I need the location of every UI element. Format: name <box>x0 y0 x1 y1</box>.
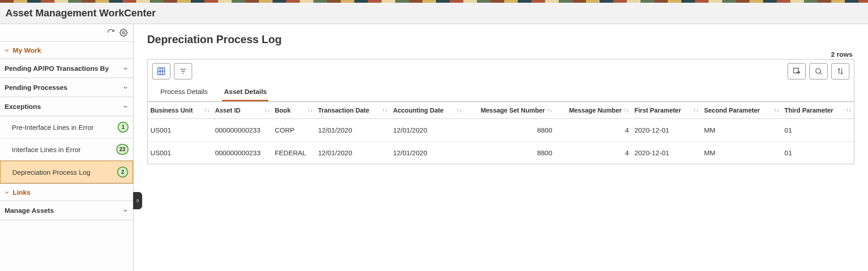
filter-icon <box>179 67 187 75</box>
cell-tran-date: 12/01/2020 <box>315 142 390 164</box>
app-title: Asset Management WorkCenter <box>5 7 863 19</box>
cell-msg-set: 8800 <box>465 119 555 142</box>
sidebar-item-interface[interactable]: Interface Lines in Error 23 <box>0 138 133 161</box>
sort-icon: ↑↓ <box>204 107 209 113</box>
cell-asset-id: 000000000233 <box>212 119 272 142</box>
col-message-set[interactable]: Message Set Number↑↓ <box>465 102 555 119</box>
tab-process-details[interactable]: Process Details <box>159 85 209 101</box>
count-badge: 2 <box>117 167 128 177</box>
col-param3[interactable]: Third Parameter↑↓ <box>782 102 854 119</box>
sidebar-collapse-handle[interactable] <box>133 192 142 209</box>
section-my-work[interactable]: My Work <box>0 41 133 59</box>
data-grid: Process Details Asset Details Business U… <box>147 59 854 164</box>
sort-icon: ↑↓ <box>547 107 552 113</box>
group-pending-ap-po[interactable]: Pending AP/PO Transactions By <box>0 59 133 78</box>
sort-icon: ↑↓ <box>307 107 312 113</box>
gear-icon[interactable] <box>119 28 129 38</box>
col-business-unit[interactable]: Business Unit↑↓ <box>148 102 212 119</box>
chevron-down-icon <box>122 84 129 91</box>
export-button[interactable] <box>788 63 806 79</box>
cell-param1: 2020-12-01 <box>632 142 701 164</box>
col-param1[interactable]: First Parameter↑↓ <box>632 102 701 119</box>
section-label: My Work <box>13 46 41 54</box>
group-label: Pending Processes <box>5 84 67 91</box>
sort-icon: ↑↓ <box>693 107 699 113</box>
col-asset-id[interactable]: Asset ID↑↓ <box>212 102 272 119</box>
grid-view-button[interactable] <box>152 63 170 79</box>
col-book[interactable]: Book↑↓ <box>272 102 315 119</box>
cell-tran-date: 12/01/2020 <box>315 119 390 142</box>
cell-msg-num: 4 <box>555 142 632 164</box>
chevron-down-icon <box>122 207 129 214</box>
export-icon <box>793 67 801 75</box>
cell-msg-set: 8800 <box>465 142 555 164</box>
filter-button[interactable] <box>174 63 192 79</box>
sort-icon: ↑↓ <box>456 107 462 113</box>
row-count-label: 2 rows <box>831 50 854 58</box>
section-links[interactable]: Links <box>0 183 133 201</box>
page-title: Depreciation Process Log <box>147 33 854 46</box>
cell-param2: MM <box>701 119 782 142</box>
col-param2[interactable]: Second Parameter↑↓ <box>701 102 782 119</box>
group-label: Pending AP/PO Transactions By <box>5 64 109 72</box>
cell-param3: 01 <box>782 119 854 142</box>
svg-line-13 <box>820 73 821 74</box>
group-label: Exceptions <box>5 103 41 110</box>
sidebar-item-label: Pre-Interface Lines in Error <box>12 123 94 131</box>
table-row[interactable]: US001 000000000233 FEDERAL 12/01/2020 12… <box>148 142 854 164</box>
svg-point-12 <box>816 69 821 74</box>
svg-rect-2 <box>138 199 139 202</box>
cell-msg-num: 4 <box>555 119 632 142</box>
col-transaction-date[interactable]: Transaction Date↑↓ <box>315 102 390 119</box>
sidebar-item-pre-interface[interactable]: Pre-Interface Lines in Error 1 <box>0 116 133 138</box>
cell-param2: MM <box>701 142 782 164</box>
cell-param3: 01 <box>782 142 854 164</box>
sort-icon <box>836 67 844 75</box>
table-row[interactable]: US001 000000000233 CORP 12/01/2020 12/01… <box>148 119 854 142</box>
grid-icon <box>157 67 166 76</box>
refresh-icon[interactable] <box>106 28 116 38</box>
tab-asset-details[interactable]: Asset Details <box>222 85 268 101</box>
sort-button[interactable] <box>831 63 849 79</box>
count-badge: 23 <box>116 144 129 155</box>
svg-rect-1 <box>137 199 137 202</box>
svg-point-0 <box>123 32 125 34</box>
cell-book: FEDERAL <box>272 142 315 164</box>
sidebar-item-label: Interface Lines in Error <box>12 146 81 153</box>
sort-icon: ↑↓ <box>846 107 851 113</box>
cell-book: CORP <box>272 119 315 142</box>
chevron-down-icon <box>122 65 129 72</box>
cell-acct-date: 12/01/2020 <box>390 119 464 142</box>
sort-icon: ↑↓ <box>624 107 629 113</box>
cell-param1: 2020-12-01 <box>632 119 701 142</box>
sort-icon: ↑↓ <box>774 107 779 113</box>
sidebar-item-depreciation-log[interactable]: Depreciation Process Log 2 <box>0 161 133 183</box>
section-label: Links <box>13 188 30 196</box>
group-pending-processes[interactable]: Pending Processes <box>0 78 133 97</box>
sidebar: My Work Pending AP/PO Transactions By Pe… <box>0 24 134 271</box>
chevron-down-icon <box>122 103 129 110</box>
cell-asset-id: 000000000233 <box>212 142 272 164</box>
cell-bu: US001 <box>148 119 212 142</box>
drag-handle-icon <box>135 197 140 204</box>
group-exceptions[interactable]: Exceptions <box>0 97 133 116</box>
app-header: Asset Management WorkCenter <box>0 3 868 24</box>
count-badge: 1 <box>118 122 129 133</box>
chevron-down-icon <box>4 47 10 54</box>
col-accounting-date[interactable]: Accounting Date↑↓ <box>390 102 464 119</box>
sort-icon: ↑↓ <box>264 107 269 113</box>
col-message-number[interactable]: Message Number↑↓ <box>555 102 632 119</box>
cell-bu: US001 <box>148 142 212 164</box>
main-content: Depreciation Process Log 2 rows <box>134 24 868 271</box>
group-label: Manage Assets <box>5 207 54 214</box>
group-manage-assets[interactable]: Manage Assets <box>0 201 133 220</box>
sidebar-item-label: Depreciation Process Log <box>12 168 90 176</box>
chevron-down-icon <box>4 189 10 196</box>
cell-acct-date: 12/01/2020 <box>390 142 464 164</box>
search-icon <box>814 67 823 75</box>
sort-icon: ↑↓ <box>382 107 387 113</box>
search-button[interactable] <box>809 63 828 79</box>
